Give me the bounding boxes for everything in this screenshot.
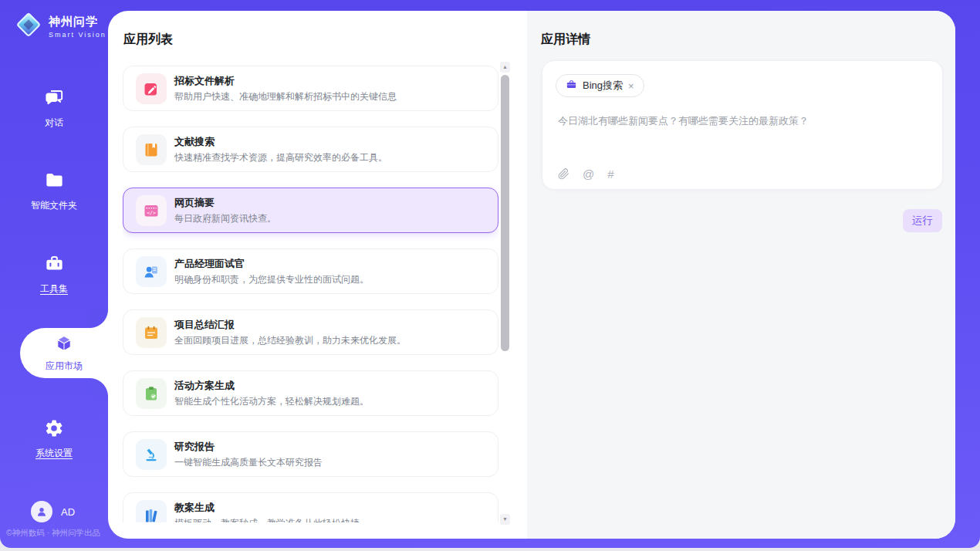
app-card-desc: 快速精准查找学术资源，提高研究效率的必备工具。 xyxy=(174,151,387,164)
avatar xyxy=(31,501,52,522)
app-card-event-plan[interactable]: 活动方案生成 智能生成个性化活动方案，轻松解决规划难题。 xyxy=(123,370,498,416)
hash-icon[interactable]: # xyxy=(607,167,613,181)
active-tab-notch-top xyxy=(90,309,108,328)
app-card-lesson-plan[interactable]: 教案生成 模板驱动，教案秒成，教学准备从此轻松快捷 xyxy=(123,492,498,522)
app-detail-title: 应用详情 xyxy=(541,32,590,48)
app-card-title: 网页摘要 xyxy=(174,196,215,210)
app-list-panel: 应用列表 招标文件解析 帮助用户快速、准确地理解和解析招标书中的关键信息 xyxy=(108,11,527,539)
app-card-desc: 智能生成个性化活动方案，轻松解决规划难题。 xyxy=(174,395,369,408)
microscope-icon xyxy=(136,439,167,470)
note-icon xyxy=(136,317,167,348)
app-card-research-report[interactable]: 研究报告 一键智能生成高质量长文本研究报告 xyxy=(123,431,498,477)
briefcase-icon xyxy=(566,79,577,93)
app-card-title: 项目总结汇报 xyxy=(174,318,235,332)
cube-icon xyxy=(54,333,74,357)
books-icon xyxy=(136,500,167,522)
app-card-title: 研究报告 xyxy=(174,440,215,454)
app-card-desc: 全面回顾项目进展，总结经验教训，助力未来优化发展。 xyxy=(174,334,406,347)
user-account[interactable]: AD xyxy=(31,501,75,522)
interviewer-icon xyxy=(136,256,167,287)
active-tab-notch-bottom xyxy=(90,378,108,397)
sidebar-item-settings[interactable]: 系统设置 xyxy=(0,418,108,460)
app-card-title: 文献搜索 xyxy=(174,135,215,149)
run-button[interactable]: 运行 xyxy=(903,209,942,232)
user-initials: AD xyxy=(61,506,75,518)
brand-logo: 神州问学 Smart Vision xyxy=(14,10,106,42)
gear-icon xyxy=(44,418,64,441)
prompt-input[interactable]: 今日湖北有哪些新闻要点？有哪些需要关注的最新政策？ xyxy=(558,113,927,129)
app-card-desc: 帮助用户快速、准确地理解和解析招标书中的关键信息 xyxy=(174,90,397,103)
edit-icon xyxy=(136,73,167,104)
prompt-card: Bing搜索 × 今日湖北有哪些新闻要点？有哪些需要关注的最新政策？ @ # xyxy=(542,60,943,190)
sidebar: 神州问学 Smart Vision 对话 智能文件夹 xyxy=(0,0,108,548)
toolbox-icon xyxy=(44,253,65,277)
app-card-title: 活动方案生成 xyxy=(174,379,235,393)
list-scrollbar[interactable]: ▲ ▼ xyxy=(500,62,510,525)
sidebar-item-smart-folder[interactable]: 智能文件夹 xyxy=(0,170,108,212)
sidebar-item-label: 对话 xyxy=(45,117,63,130)
book-icon xyxy=(136,134,167,165)
tool-tag-label: Bing搜索 xyxy=(583,79,623,93)
tool-tag-bing-search[interactable]: Bing搜索 × xyxy=(556,74,644,97)
sidebar-item-label: 系统设置 xyxy=(35,447,73,460)
copyright-text: ©神州数码 · 神州问学出品 xyxy=(6,528,100,539)
app-card-pm-interviewer[interactable]: 产品经理面试官 明确身份和职责，为您提供专业性的面试问题。 xyxy=(123,248,498,294)
app-card-desc: 每日政府新闻资讯快查。 xyxy=(174,212,276,225)
sidebar-item-app-market[interactable]: 应用市场 xyxy=(20,328,108,378)
svg-text:</>: </> xyxy=(147,210,156,216)
app-card-list: 招标文件解析 帮助用户快速、准确地理解和解析招标书中的关键信息 文献搜索 快速精… xyxy=(123,66,498,522)
app-card-literature-search[interactable]: 文献搜索 快速精准查找学术资源，提高研究效率的必备工具。 xyxy=(123,127,498,172)
sidebar-item-label: 工具集 xyxy=(40,282,68,296)
app-card-desc: 模板驱动，教案秒成，教学准备从此轻松快捷 xyxy=(174,517,360,522)
sidebar-item-chat[interactable]: 对话 xyxy=(0,87,108,130)
sidebar-item-toolset[interactable]: 工具集 xyxy=(0,253,108,296)
diamond-logo-icon xyxy=(14,10,43,42)
clipboard-check-icon xyxy=(136,378,167,409)
app-list-title: 应用列表 xyxy=(123,32,173,48)
app-card-desc: 明确身份和职责，为您提供专业性的面试问题。 xyxy=(174,273,369,286)
browser-code-icon: </> xyxy=(136,195,167,226)
scroll-down-icon[interactable]: ▼ xyxy=(500,514,510,525)
chat-icon xyxy=(44,87,65,111)
app-card-title: 招标文件解析 xyxy=(174,74,235,88)
app-card-desc: 一键智能生成高质量长文本研究报告 xyxy=(174,456,323,469)
attachment-icon[interactable] xyxy=(558,168,569,180)
app-window: 神州问学 Smart Vision 对话 智能文件夹 xyxy=(0,0,980,551)
app-card-bid-analysis[interactable]: 招标文件解析 帮助用户快速、准确地理解和解析招标书中的关键信息 xyxy=(123,66,498,111)
app-card-project-summary[interactable]: 项目总结汇报 全面回顾项目进展，总结经验教训，助力未来优化发展。 xyxy=(123,309,498,355)
input-toolbar: @ # xyxy=(558,167,614,181)
close-icon[interactable]: × xyxy=(628,81,634,91)
app-card-web-summary[interactable]: </> 网页摘要 每日政府新闻资讯快查。 xyxy=(123,188,498,233)
app-card-title: 教案生成 xyxy=(174,501,215,515)
app-detail-panel: 应用详情 Bing搜索 × 今日湖北有哪些新闻要点？有哪些需要关注的最新政策？ xyxy=(527,11,955,539)
app-card-title: 产品经理面试官 xyxy=(174,257,245,271)
sidebar-item-label: 应用市场 xyxy=(46,360,83,373)
scrollbar-thumb[interactable] xyxy=(501,75,509,351)
brand-name: 神州问学 xyxy=(49,15,106,29)
brand-subtitle: Smart Vision xyxy=(49,31,106,39)
scroll-up-icon[interactable]: ▲ xyxy=(500,62,510,73)
main-content: 应用列表 招标文件解析 帮助用户快速、准确地理解和解析招标书中的关键信息 xyxy=(108,11,955,539)
sidebar-item-label: 智能文件夹 xyxy=(31,199,77,212)
folder-icon xyxy=(44,170,65,194)
mention-icon[interactable]: @ xyxy=(583,167,594,181)
